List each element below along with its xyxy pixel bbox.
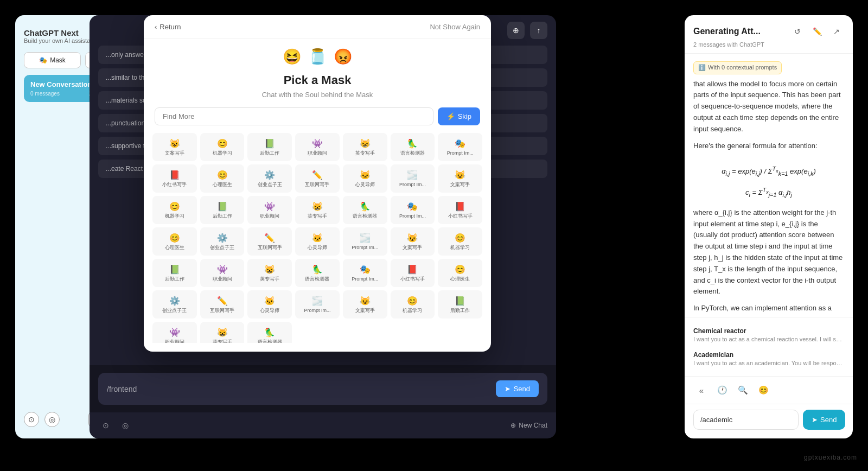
mask-item[interactable]: 😊机器学习	[152, 196, 197, 224]
mask-item[interactable]: 📗后勤工作	[438, 290, 482, 319]
github-icon[interactable]: ◎	[44, 412, 60, 427]
mask-item[interactable]: 😊心理医生	[152, 227, 197, 256]
mask-item[interactable]: ✏️互联网写手	[295, 164, 340, 193]
mask-item[interactable]: 😺文案写手	[152, 133, 197, 161]
mask-item[interactable]: 📗后勤工作	[152, 259, 197, 287]
mask-search-input[interactable]	[155, 107, 433, 125]
math-formula1: αi,j = exp(ei,j) / ΣTxk=1 exp(ei,k)	[693, 164, 844, 179]
mask-item[interactable]: 📗后勤工作	[200, 196, 245, 224]
mask-item-label: 职业顾问	[308, 150, 327, 156]
mask-item[interactable]: 📕小红书写手	[391, 259, 435, 287]
mask-item-emoji: 🌫️	[360, 233, 371, 243]
mask-title: Pick a Mask	[144, 73, 491, 87]
mask-item[interactable]: 😸英专写手	[295, 196, 340, 224]
mask-item[interactable]: 👾职业顾问	[152, 322, 197, 343]
mask-item[interactable]: ⚙️创业点子王	[200, 227, 245, 256]
mask-item[interactable]: ⚙️创业点子王	[152, 290, 197, 319]
mask-item[interactable]: 👾职业顾问	[200, 259, 245, 287]
chat-footer-icons: ⊙ ◎	[98, 418, 133, 433]
right-send-button[interactable]: ➤ Send	[803, 410, 845, 430]
mask-item-emoji: 😊	[217, 138, 228, 149]
chat-header-icon1[interactable]: ⊕	[507, 22, 525, 39]
mask-item[interactable]: 😊心理医生	[200, 164, 245, 193]
mask-item[interactable]: 🎭Prompt Im...	[343, 259, 387, 287]
share-icon[interactable]: ↗	[829, 24, 844, 39]
mask-item[interactable]: 🐱心灵导师	[343, 164, 387, 193]
not-show-again-button[interactable]: Not Show Again	[430, 23, 480, 31]
mask-item-label: 英专写手	[260, 276, 279, 282]
mask-item[interactable]: 📕小红书写手	[152, 164, 197, 193]
mask-item-emoji: 🌫️	[407, 170, 418, 180]
mask-item[interactable]: 😸英专写手	[343, 133, 387, 161]
mask-item[interactable]: 🎭Prompt Im...	[391, 196, 435, 224]
mask-item-emoji: 👾	[264, 201, 275, 212]
mask-button[interactable]: 🎭 Mask	[24, 52, 81, 68]
prompt-card-1[interactable]: Chemical reactor I want you to act as a …	[685, 323, 853, 347]
undo-icon[interactable]: ↺	[790, 24, 805, 39]
mask-item[interactable]: 😊机器学习	[200, 133, 245, 161]
prompt-card-2-title: Academician	[693, 351, 844, 359]
mask-item[interactable]: 🦜语言检测器	[343, 196, 387, 224]
right-chat-input[interactable]	[693, 410, 799, 430]
chat-footer-icon2[interactable]: ◎	[118, 418, 133, 433]
prompt-card-2[interactable]: Academician I want you to act as an acad…	[685, 347, 853, 371]
content-paragraph2: Here's the general formula for attention…	[693, 141, 844, 152]
mask-skip-button[interactable]: ⚡ Skip	[438, 107, 480, 125]
mask-item[interactable]: 😸英专写手	[200, 322, 245, 343]
mask-item[interactable]: 🌫️Prompt Im...	[391, 164, 435, 193]
settings-icon[interactable]: ⊙	[24, 412, 39, 427]
mask-item-emoji: 📕	[169, 170, 180, 180]
prompt-cards-section: Chemical reactor I want you to act as a …	[685, 317, 853, 376]
mask-item[interactable]: 🐱心灵导师	[295, 227, 340, 256]
mask-item-label: 机器学习	[450, 245, 470, 251]
send-button[interactable]: ➤ Send	[496, 380, 539, 397]
mask-item[interactable]: 😸英专写手	[247, 259, 292, 287]
mask-item[interactable]: 👾职业顾问	[247, 196, 292, 224]
collapse-icon[interactable]: «	[693, 382, 710, 398]
mask-item[interactable]: 😺文案写手	[438, 164, 482, 193]
mask-item[interactable]: 🌫️Prompt Im...	[295, 290, 340, 319]
mask-item[interactable]: ✏️互联网写手	[247, 227, 292, 256]
right-input-area: ➤ Send	[685, 404, 853, 438]
mask-emoji3: 😡	[334, 48, 353, 66]
mask-item-emoji: 🐱	[360, 170, 371, 180]
mask-item-label: 心灵导师	[260, 308, 279, 314]
mask-item[interactable]: 😊机器学习	[391, 290, 435, 319]
chat-header-icon2[interactable]: ↑	[530, 22, 547, 39]
mask-item-emoji: 😸	[264, 264, 275, 275]
mask-item[interactable]: 🦜语言检测器	[295, 259, 340, 287]
mask-item[interactable]: 😺文案写手	[343, 290, 387, 319]
mask-item[interactable]: ✏️互联网写手	[200, 290, 245, 319]
mask-item[interactable]: 📕小红书写手	[438, 196, 482, 224]
mask-item[interactable]: 😊心理医生	[438, 259, 482, 287]
mask-item-emoji: 😊	[455, 264, 465, 275]
mask-item-emoji: 😸	[217, 327, 228, 338]
mask-item[interactable]: 📗后勤工作	[247, 133, 292, 161]
emoji-icon[interactable]: 😊	[755, 382, 771, 398]
mask-item[interactable]: 🐱心灵导师	[247, 290, 292, 319]
clock-icon[interactable]: 🕐	[714, 382, 730, 398]
mask-item[interactable]: 🎭Prompt Im...	[438, 133, 482, 161]
mask-item[interactable]: 👾职业顾问	[295, 133, 340, 161]
mask-item[interactable]: 🌫️Prompt Im...	[343, 227, 387, 256]
mask-item-label: 后勤工作	[213, 213, 232, 219]
return-button[interactable]: ‹ Return	[155, 23, 181, 31]
chat-footer-icon1[interactable]: ⊙	[98, 418, 113, 433]
mask-item-label: 语言检测器	[305, 276, 329, 282]
edit-icon[interactable]: ✏️	[809, 24, 825, 39]
prompt-card-2-text: I want you to act as an academician. You…	[693, 360, 844, 366]
mask-item-emoji: 🌫️	[312, 296, 323, 306]
new-chat-dark-button[interactable]: ⊕ New Chat	[510, 422, 547, 429]
mask-item[interactable]: 🦜语言检测器	[391, 133, 435, 161]
search-icon[interactable]: 🔍	[735, 382, 751, 398]
mask-item-emoji: 🎭	[455, 138, 465, 149]
mask-item-emoji: 📕	[455, 201, 465, 212]
mask-item-emoji: 😺	[407, 233, 418, 243]
mask-item[interactable]: 🦜语言检测器	[247, 322, 292, 343]
mask-item-emoji: 👾	[217, 264, 228, 275]
chat-footer: ⊙ ◎ ⊕ New Chat	[90, 412, 556, 438]
mask-item[interactable]: 😺文案写手	[391, 227, 435, 256]
mask-item[interactable]: ⚙️创业点子王	[247, 164, 292, 193]
mask-item-label: 后勤工作	[260, 150, 279, 156]
mask-item[interactable]: 😊机器学习	[438, 227, 482, 256]
